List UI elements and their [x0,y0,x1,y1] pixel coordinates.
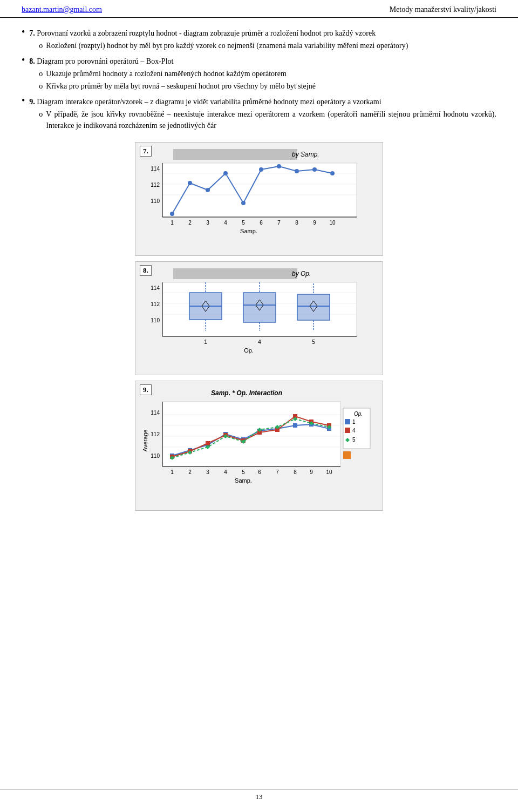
diagram-9-label: 9. [140,384,152,395]
sub-bullet-icon-8-1: o [39,68,43,79]
svg-text:1: 1 [352,419,356,425]
sub-bullet-icon-8-2: o [39,80,43,92]
svg-rect-55 [297,294,330,320]
svg-text:10: 10 [326,469,332,475]
svg-text:5: 5 [312,339,315,345]
svg-text:112: 112 [151,431,160,437]
svg-text:8: 8 [295,220,298,226]
svg-rect-119 [345,428,350,433]
diagram-7-wrapper: 7. by Samp. 114 112 110 [135,142,383,256]
svg-text:114: 114 [151,410,160,416]
svg-text:4: 4 [224,220,227,226]
svg-rect-90 [293,423,297,428]
svg-text:10: 10 [329,220,336,226]
bullet-main-text-9: Diagram interakce operátor/vzorek – z di… [37,98,381,106]
bullet-text-7: 7. Porovnaní vzorků a zobrazení rozptylu… [29,28,496,52]
svg-point-24 [241,201,246,205]
bullet-item-9: • 9. Diagram interakce operátor/vzorek –… [22,96,496,132]
svg-point-28 [312,167,317,172]
sub-item-text-8-1: Ukazuje průměrní hodnoty a rozložení nam… [46,68,287,79]
bullet-number-8: 8. [29,57,35,65]
bullet-item-7: • 7. Porovnaní vzorků a zobrazení rozpty… [22,28,496,52]
diagram-7-svg: by Samp. 114 112 110 1 2 3 4 [141,148,373,248]
svg-text:Samp.: Samp. [235,477,252,484]
svg-rect-67 [162,402,340,466]
diagram-7-label: 7. [140,146,152,157]
svg-text:110: 110 [151,198,160,204]
svg-text:112: 112 [151,182,160,188]
svg-text:1: 1 [204,339,207,345]
svg-text:Op.: Op. [244,347,254,354]
sub-item-8-2: o Křivka pro průměr by měla byt rovná – … [39,80,496,92]
svg-rect-50 [243,293,276,322]
bullet-item-8: • 8. Diagram pro porovnáni operátorů – B… [22,56,496,93]
svg-text:4: 4 [258,339,261,345]
content-area: • 7. Porovnaní vzorků a zobrazení rozpty… [0,18,518,527]
svg-point-27 [295,169,299,173]
header-left: bazant.martin@gmail.com [22,5,102,14]
footer: 13 [0,789,518,801]
svg-point-26 [277,164,281,168]
svg-rect-123 [343,451,351,459]
diagram-8-wrapper: 8. by Op. 114 112 110 1 [135,261,383,375]
svg-text:7: 7 [276,469,279,475]
svg-text:6: 6 [258,469,261,475]
svg-text:3: 3 [206,220,209,226]
bullet-main-text-7: Porovnaní vzorků a zobrazení rozptylu ho… [37,29,376,37]
page-number: 13 [256,793,263,801]
svg-rect-32 [173,268,297,279]
svg-text:by Samp.: by Samp. [292,151,319,158]
svg-point-22 [206,188,210,192]
svg-text:1: 1 [171,469,174,475]
bullet-number-7: 7. [29,29,35,37]
svg-text:7: 7 [277,220,281,226]
svg-text:2: 2 [188,469,192,475]
svg-text:Op.: Op. [354,411,363,417]
svg-text:3: 3 [206,469,209,475]
svg-text:Samp. * Op. Interaction: Samp. * Op. Interaction [211,389,282,397]
svg-text:Samp.: Samp. [240,228,257,234]
svg-text:5: 5 [242,469,245,475]
svg-text:114: 114 [151,285,160,291]
svg-text:110: 110 [151,453,160,459]
svg-point-20 [170,212,174,216]
page: bazant.martin@gmail.com Metody manažerst… [0,0,518,812]
bullet-sublist-9: o V případě, že jsou křivky rovnoběžné –… [29,109,496,131]
diagram-9-svg: Samp. * Op. Interaction 114 112 110 Aver… [141,387,373,503]
bullet-sublist-7: o Rozložení (rozptyl) hodnot by měl byt … [29,40,496,51]
bullet-text-8: 8. Diagram pro porovnáni operátorů – Box… [29,56,496,93]
sub-item-text-9-1: V případě, že jsou křivky rovnoběžné – n… [46,109,496,131]
sub-item-8-1: o Ukazuje průměrní hodnoty a rozložení n… [39,68,496,79]
sub-item-7-1: o Rozložení (rozptyl) hodnot by měl byt … [39,40,496,51]
svg-text:114: 114 [151,166,160,172]
svg-text:5: 5 [242,220,245,226]
bullet-dot-7: • [22,26,25,38]
sub-item-text-8-2: Křivka pro průměr by měla byt rovná – se… [46,80,316,92]
sub-bullet-icon-7-1: o [39,40,43,51]
svg-text:6: 6 [260,220,263,226]
svg-rect-117 [345,419,350,424]
svg-text:112: 112 [151,301,160,307]
svg-point-23 [223,171,228,175]
svg-text:8: 8 [294,469,297,475]
bullet-text-9: 9. Diagram interakce operátor/vzorek – z… [29,96,496,132]
diagrams-area: 7. by Samp. 114 112 110 [22,142,496,516]
diagram-9-wrapper: 9. Samp. * Op. Interaction 114 112 110 A… [135,381,383,511]
bullet-dot-8: • [22,55,25,66]
svg-point-21 [188,181,192,185]
svg-text:4: 4 [224,469,227,475]
svg-text:9: 9 [313,220,316,226]
sub-item-text-7-1: Rozložení (rozptyl) hodnot by měl byt pr… [46,40,408,51]
header-email-link[interactable]: bazant.martin@gmail.com [22,5,102,13]
bullet-dot-9: • [22,95,25,106]
bullet-main-text-8: Diagram pro porovnáni operátorů – Box-Pl… [37,57,173,65]
svg-text:110: 110 [151,317,160,323]
svg-point-25 [259,167,263,172]
sub-item-9-1: o V případě, že jsou křivky rovnoběžné –… [39,109,496,131]
bullet-sublist-8: o Ukazuje průměrní hodnoty a rozložení n… [29,68,496,92]
svg-text:2: 2 [188,220,192,226]
svg-rect-95 [206,441,210,445]
svg-point-29 [330,171,335,175]
svg-text:1: 1 [171,220,174,226]
diagram-8-svg: by Op. 114 112 110 1 4 5 Op. [141,267,373,367]
